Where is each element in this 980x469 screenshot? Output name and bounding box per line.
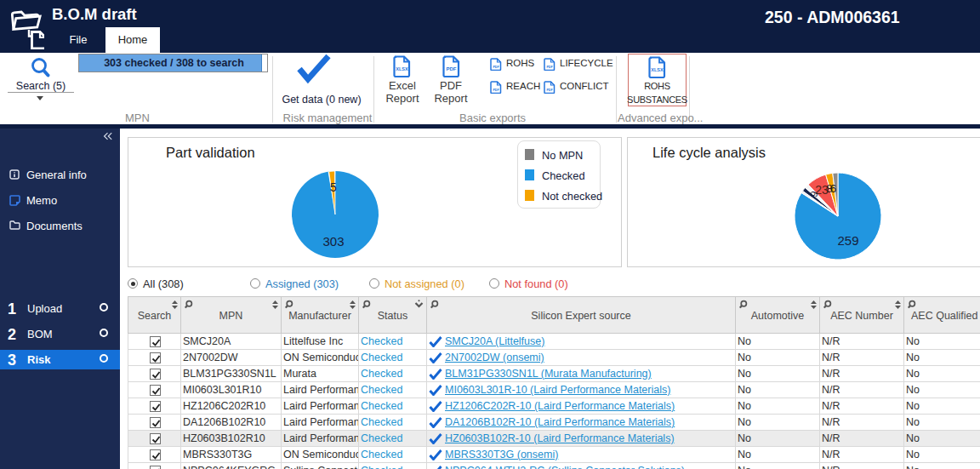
svg-text:PDF: PDF	[447, 66, 457, 71]
svg-text:XLSX: XLSX	[651, 67, 664, 72]
svg-text:PDF: PDF	[546, 89, 553, 92]
svg-text:5: 5	[330, 180, 337, 194]
svg-text:259: 259	[837, 233, 858, 248]
svg-text:6: 6	[830, 182, 837, 195]
svg-text:PDF: PDF	[493, 66, 499, 69]
svg-text:PDF: PDF	[546, 66, 553, 69]
svg-text:XLSX: XLSX	[396, 66, 408, 71]
svg-text:PDF: PDF	[493, 89, 499, 92]
svg-text:303: 303	[322, 234, 344, 249]
